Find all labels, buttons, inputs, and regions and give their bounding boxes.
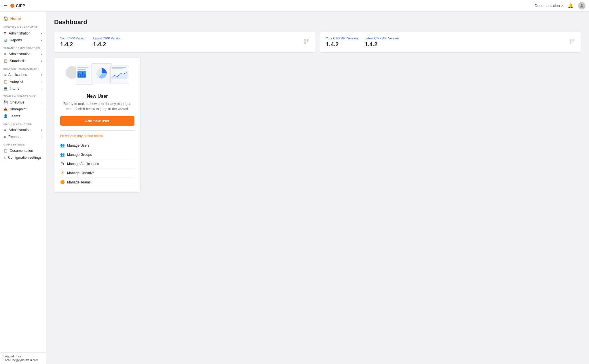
- version-card-content: Your CIPP API Version 1.4.2 Latest CIPP …: [326, 37, 563, 48]
- section-cipp-settings: CIPP SETTINGS: [0, 140, 46, 147]
- new-user-description: Ready to make a new user for any managed…: [60, 101, 134, 112]
- sharepoint-icon: 📤: [3, 107, 8, 111]
- your-cipp-api-version-label: Your CIPP API Version: [326, 37, 358, 40]
- sidebar-label: Intune: [10, 87, 19, 91]
- svg-point-2: [304, 39, 306, 41]
- sidebar-label: Documentation: [10, 149, 33, 153]
- manage-users-label: Manage Users: [67, 143, 90, 147]
- sidebar-item-intune[interactable]: 💻 Intune ›: [0, 85, 46, 92]
- section-tenant-administration: TENANT ADMINISTRATION: [0, 44, 46, 51]
- version-cards-row: Your CIPP Version 1.4.2 Latest CIPP Vers…: [54, 32, 581, 53]
- email-reports-icon: ✉: [3, 135, 6, 139]
- manage-applications-label: Manage Applications: [67, 162, 99, 166]
- sidebar-item-applications[interactable]: ⊕ Applications ▾: [0, 71, 46, 78]
- chevron-down-icon: ▾: [41, 39, 42, 42]
- manage-users-icon: 👥: [60, 143, 65, 147]
- sidebar-footer: Logged in as: LocalDev@cyberdrain.com: [0, 352, 46, 364]
- new-user-title: New User: [60, 94, 134, 99]
- home-label: Home: [10, 16, 21, 21]
- your-cipp-version-label: Your CIPP Version: [60, 37, 86, 40]
- sidebar-label: Administration: [9, 128, 31, 132]
- brand-name: CIPP: [16, 3, 25, 8]
- chart-icon: 📊: [3, 38, 8, 42]
- svg-point-1: [304, 42, 306, 44]
- your-cipp-api-version-value: 1.4.2: [326, 41, 358, 48]
- pie-chart-svg: [96, 68, 107, 79]
- latest-cipp-version-label: Latest CIPP Version: [93, 37, 121, 40]
- sidebar-label: Reports: [8, 135, 20, 139]
- brand-dot: [10, 4, 14, 8]
- sidebar-label: Reports: [10, 38, 22, 42]
- manage-onedrive-label: Manage Onedrive: [67, 171, 94, 175]
- user-avatar-icon: [579, 3, 584, 8]
- section-identity-management: IDENTITY MANAGEMENT: [0, 23, 46, 30]
- hamburger-icon[interactable]: ☰: [3, 3, 7, 8]
- line-chart-svg: [112, 70, 128, 79]
- quick-links-section: Or choose any option below 👥 Manage User…: [60, 130, 134, 187]
- chevron-down-icon: ▾: [41, 32, 42, 35]
- chevron-right-icon: ›: [41, 135, 42, 139]
- sidebar-item-teams[interactable]: 👤 Teams ›: [0, 113, 46, 120]
- chevron-down-icon: ▾: [41, 129, 42, 132]
- sidebar-item-email-reports[interactable]: ✉ Reports ›: [0, 133, 46, 140]
- your-cipp-version-value: 1.4.2: [60, 41, 86, 48]
- version-card-cipp: Your CIPP Version 1.4.2 Latest CIPP Vers…: [54, 32, 315, 53]
- git-branch-icon: [303, 39, 309, 46]
- section-email-exchange: EMAIL & EXCHANGE: [0, 120, 46, 127]
- sidebar-item-documentation[interactable]: 📋 Documentation: [0, 147, 46, 154]
- manage-teams-icon: 🟠: [60, 180, 65, 184]
- illustration-doc-piechart: [92, 63, 112, 83]
- sidebar-label: Administration: [9, 31, 31, 35]
- page-title: Dashboard: [54, 18, 581, 26]
- quick-link-manage-onedrive[interactable]: ✗ Manage Onedrive: [60, 168, 134, 178]
- documentation-icon: 📋: [3, 149, 8, 153]
- main-content: Dashboard Your CIPP Version 1.4.2 Latest…: [46, 12, 589, 364]
- sidebar-label: Configuration settings: [8, 156, 41, 160]
- latest-cipp-api-version-label: Latest CIPP API Version: [365, 37, 399, 40]
- navbar-right: Documentation > 🔔: [535, 2, 586, 9]
- avatar[interactable]: [578, 2, 586, 9]
- documentation-link[interactable]: Documentation >: [535, 3, 563, 8]
- chevron-down-icon: ▾: [41, 73, 42, 76]
- version-card-cipp-api: Your CIPP API Version 1.4.2 Latest CIPP …: [320, 32, 581, 53]
- sidebar-item-email-admin[interactable]: ⚙ Administration ▾: [0, 127, 46, 133]
- sidebar-label: Standards: [10, 59, 26, 63]
- sidebar-item-identity-admin[interactable]: ⚙ Administration ▾: [0, 30, 46, 37]
- navbar-left: ☰ CIPP: [3, 3, 25, 8]
- chevron-right-icon: ›: [41, 87, 42, 90]
- sidebar-item-config-settings[interactable]: ◁ Configuration settings: [0, 154, 46, 161]
- svg-point-0: [581, 4, 583, 6]
- quick-link-manage-groups[interactable]: 👥 Manage Groups: [60, 150, 134, 159]
- svg-point-4: [570, 42, 571, 44]
- bell-icon[interactable]: 🔔: [568, 3, 573, 8]
- sidebar-item-sharepoint[interactable]: 📤 Sharepoint ›: [0, 106, 46, 113]
- settings-icon: ⚙: [3, 31, 7, 35]
- sidebar-item-tenant-standards[interactable]: 📋 Standards ▾: [0, 58, 46, 64]
- logged-in-email: LocalDev@cyberdrain.com: [3, 359, 42, 362]
- sidebar-item-onedrive[interactable]: 💾 OneDrive ›: [0, 99, 46, 106]
- latest-cipp-api-version-value: 1.4.2: [365, 41, 399, 48]
- intune-icon: 💻: [3, 87, 8, 91]
- quick-link-manage-teams[interactable]: 🟠 Manage Teams: [60, 178, 134, 187]
- chevron-right-icon: ›: [41, 80, 42, 83]
- version-card-content: Your CIPP Version 1.4.2 Latest CIPP Vers…: [60, 37, 298, 48]
- autopilot-icon: 📋: [3, 80, 8, 84]
- quick-link-manage-applications[interactable]: 🖱 Manage Applications: [60, 159, 134, 168]
- quick-link-manage-users[interactable]: 👥 Manage Users: [60, 141, 134, 150]
- sidebar-nav: 🏠 Home IDENTITY MANAGEMENT ⚙ Administrat…: [0, 12, 46, 352]
- layout: 🏠 Home IDENTITY MANAGEMENT ⚙ Administrat…: [0, 12, 589, 364]
- add-new-user-button[interactable]: Add new user: [60, 116, 134, 126]
- sidebar-item-home[interactable]: 🏠 Home: [0, 14, 46, 23]
- your-cipp-version-block: Your CIPP Version 1.4.2: [60, 37, 86, 48]
- sidebar-item-autopilot[interactable]: 📋 Autopilot ›: [0, 78, 46, 85]
- svg-point-5: [570, 39, 571, 41]
- git-branch-api-icon: [569, 39, 575, 46]
- sidebar: 🏠 Home IDENTITY MANAGEMENT ⚙ Administrat…: [0, 12, 46, 364]
- illustration-doc-linechart: [110, 66, 129, 84]
- sidebar-item-identity-reports[interactable]: 📊 Reports ▾: [0, 37, 46, 44]
- or-choose-label: Or choose any option below: [60, 134, 134, 138]
- chevron-down-icon: ▾: [41, 53, 42, 56]
- manage-groups-icon: 👥: [60, 152, 65, 157]
- chevron-right-icon: ›: [41, 101, 42, 104]
- sidebar-item-tenant-admin[interactable]: ⚙ Administration ▾: [0, 51, 46, 58]
